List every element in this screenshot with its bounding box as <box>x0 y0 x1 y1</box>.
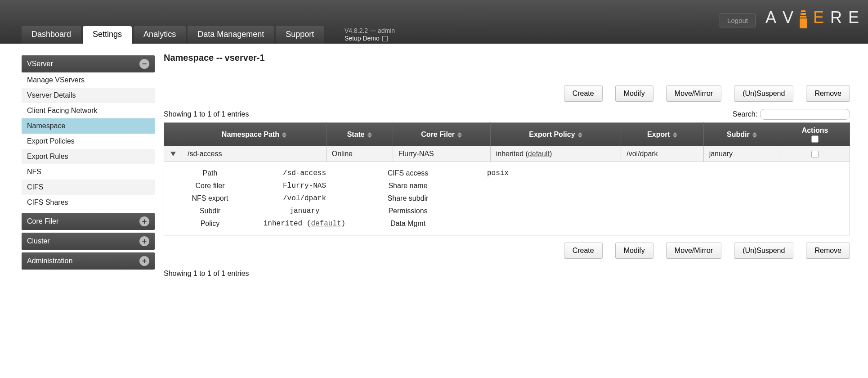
sidebar-group-label: VServer <box>27 60 53 68</box>
action-buttons-bottom: Create Modify Move/Mirror (Un)Suspend Re… <box>164 243 850 259</box>
col-export[interactable]: Export <box>621 123 703 147</box>
page-title: Namespace -- vserver-1 <box>164 53 850 63</box>
row-checkbox[interactable] <box>811 151 819 158</box>
sidebar-group-vserver[interactable]: VServer − <box>22 55 155 72</box>
header-bar: Logout A V E R E DashboardSettingsAnalyt… <box>0 0 868 44</box>
sidebar-group-core-filer[interactable]: Core Filer + <box>22 213 155 230</box>
detail-value-policy: inherited (default) <box>246 220 363 228</box>
modify-button[interactable]: Modify <box>615 243 653 259</box>
logo: A V E R E <box>765 7 859 28</box>
detail-label-nfs-export: NFS export <box>179 194 242 202</box>
tab-dashboard[interactable]: Dashboard <box>22 26 81 44</box>
create-button[interactable]: Create <box>564 86 603 102</box>
sidebar-item-vserver-details[interactable]: Vserver Details <box>22 88 155 103</box>
detail-value-core-filer: Flurry-NAS <box>246 182 363 190</box>
logo-bars-icon <box>800 7 807 28</box>
sidebar-item-manage-vservers[interactable]: Manage VServers <box>22 72 155 88</box>
col-expand <box>164 123 182 147</box>
modify-button[interactable]: Modify <box>615 86 653 102</box>
logo-letter: E <box>848 8 859 27</box>
col-actions: Actions <box>780 123 850 147</box>
col-namespace-path[interactable]: Namespace Path <box>182 123 327 147</box>
showing-entries-bottom: Showing 1 to 1 of 1 entries <box>164 270 850 278</box>
main-panel: Namespace -- vserver-1 Create Modify Mov… <box>164 53 864 278</box>
detail-label-cifs-access: CIFS access <box>367 169 448 177</box>
detail-label-share-name: Share name <box>367 182 448 190</box>
tab-settings[interactable]: Settings <box>83 26 132 44</box>
detail-value-subdir: january <box>246 207 363 215</box>
sort-icon <box>367 132 372 138</box>
suspend-button[interactable]: (Un)Suspend <box>734 243 793 259</box>
cell-path: /sd-access <box>182 146 327 162</box>
move-mirror-button[interactable]: Move/Mirror <box>666 243 721 259</box>
logo-letter: A <box>765 8 776 27</box>
detail-value-path: /sd-access <box>246 169 363 177</box>
tab-support[interactable]: Support <box>276 26 324 44</box>
export-policy-link[interactable]: default <box>528 150 550 158</box>
sidebar-group-label: Cluster <box>27 237 50 245</box>
sidebar-item-client-facing-network[interactable]: Client Facing Network <box>22 103 155 118</box>
detail-value-permissions <box>453 207 543 215</box>
sidebar-item-namespace[interactable]: Namespace <box>22 118 155 134</box>
expand-row-icon[interactable] <box>170 152 176 156</box>
version-line: V4.8.2.2 --- admin <box>345 27 395 35</box>
detail-label-path: Path <box>179 169 242 177</box>
sidebar-item-export-policies[interactable]: Export Policies <box>22 134 155 149</box>
cell-subdir: january <box>703 146 780 162</box>
logo-letter: R <box>830 8 842 27</box>
col-state[interactable]: State <box>326 123 393 147</box>
logo-letter: V <box>783 8 793 27</box>
action-buttons-top: Create Modify Move/Mirror (Un)Suspend Re… <box>164 86 850 102</box>
suspend-button[interactable]: (Un)Suspend <box>734 86 793 102</box>
create-button[interactable]: Create <box>564 243 603 259</box>
move-mirror-button[interactable]: Move/Mirror <box>666 86 721 102</box>
table-row-details: Path /sd-access CIFS access posix Core f… <box>164 162 850 235</box>
cell-export-policy: inherited (default) <box>490 146 621 162</box>
sidebar-item-export-rules[interactable]: Export Rules <box>22 149 155 164</box>
search-label: Search: <box>733 110 757 118</box>
remove-button[interactable]: Remove <box>806 243 850 259</box>
policy-link[interactable]: default <box>311 220 341 228</box>
sidebar-group-cluster[interactable]: Cluster + <box>22 233 155 250</box>
sidebar-group-label: Core Filer <box>27 217 58 225</box>
detail-label-share-subdir: Share subdir <box>367 194 448 202</box>
sort-icon <box>673 132 677 138</box>
cell-state: Online <box>326 146 393 162</box>
detail-value-nfs-export: /vol/dpark <box>246 194 363 202</box>
detail-value-share-subdir <box>453 194 543 202</box>
sidebar-group-label: Administration <box>27 257 72 265</box>
table-row[interactable]: /sd-access Online Flurry-NAS inherited (… <box>164 146 850 162</box>
sidebar: VServer − Manage VServersVserver Details… <box>22 53 155 270</box>
logo-letter: E <box>813 8 824 27</box>
detail-value-data-mgmt <box>453 220 543 228</box>
sidebar-group-administration[interactable]: Administration + <box>22 252 155 270</box>
select-all-checkbox[interactable] <box>811 135 819 143</box>
expand-icon: + <box>139 236 149 246</box>
top-tabs: DashboardSettingsAnalyticsData Managemen… <box>22 26 324 44</box>
detail-label-data-mgmt: Data Mgmt <box>367 220 448 228</box>
detail-value-share-name <box>453 182 543 190</box>
header-meta: V4.8.2.2 --- admin Setup Demo <box>345 27 395 42</box>
tab-analytics[interactable]: Analytics <box>134 26 186 44</box>
detail-value-cifs-access: posix <box>453 169 543 177</box>
col-export-policy[interactable]: Export Policy <box>490 123 621 147</box>
setup-link[interactable]: Setup Demo <box>345 35 395 42</box>
namespace-table: Namespace Path State Core Filer Export P… <box>164 122 850 235</box>
sidebar-item-cifs-shares[interactable]: CIFS Shares <box>22 195 155 210</box>
tab-data-management[interactable]: Data Management <box>188 26 274 44</box>
col-subdir[interactable]: Subdir <box>703 123 780 147</box>
showing-entries-top: Showing 1 to 1 of 1 entries <box>164 110 249 118</box>
sort-icon <box>282 132 286 138</box>
expand-icon: + <box>139 216 149 226</box>
detail-label-policy: Policy <box>179 220 242 228</box>
cell-export: /vol/dpark <box>621 146 703 162</box>
sidebar-item-nfs[interactable]: NFS <box>22 164 155 180</box>
search-input[interactable] <box>760 109 850 120</box>
col-core-filer[interactable]: Core Filer <box>393 123 490 147</box>
remove-button[interactable]: Remove <box>806 86 850 102</box>
sort-icon <box>578 132 582 138</box>
detail-label-core-filer: Core filer <box>179 182 242 190</box>
sidebar-item-cifs[interactable]: CIFS <box>22 180 155 195</box>
logout-button[interactable]: Logout <box>720 14 756 27</box>
sort-icon <box>752 132 757 138</box>
